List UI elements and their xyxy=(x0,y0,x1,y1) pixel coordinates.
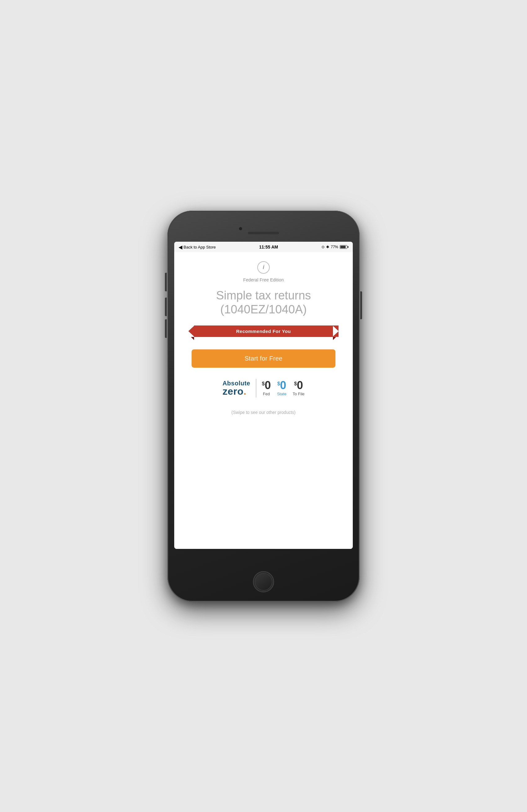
price-fed-label: Fed xyxy=(263,392,270,396)
brand-divider xyxy=(256,379,256,397)
price-items: $ 0 Fed $ 0 State xyxy=(262,380,305,396)
price-state: $ 0 State xyxy=(277,380,286,396)
price-fed-dollar: $ xyxy=(262,381,265,387)
info-icon: i xyxy=(257,261,270,274)
phone-device: ◀ Back to App Store 11:55 AM ⊙ ✱ 77% xyxy=(167,211,360,601)
brand-zero-row: zero. xyxy=(223,386,251,396)
clock: 11:55 AM xyxy=(259,245,278,249)
bluetooth-icon: ✱ xyxy=(326,245,329,249)
system-indicators: ⊙ ✱ 77% xyxy=(321,245,348,249)
price-state-dollar: $ xyxy=(277,381,280,387)
brand-name: Absolute zero. xyxy=(223,380,251,396)
info-icon-wrapper: i xyxy=(257,261,270,274)
brand-absolute-text: Absolute xyxy=(223,380,251,386)
back-arrow-icon: ◀ xyxy=(179,244,182,250)
brand-zero-text: zero xyxy=(223,386,244,397)
price-fed: $ 0 Fed xyxy=(262,380,271,396)
price-fed-zero: 0 xyxy=(265,380,271,391)
price-fed-amount: $ 0 xyxy=(262,380,271,391)
price-tofile-amount: $ 0 xyxy=(294,380,303,391)
edition-label: Federal Free Edition xyxy=(243,277,284,282)
phone-speaker xyxy=(248,232,279,234)
price-state-label: State xyxy=(277,392,286,396)
ribbon-tail-right xyxy=(333,337,336,340)
home-button[interactable] xyxy=(253,571,274,592)
title-line1: Simple tax returns xyxy=(216,289,311,302)
back-label: Back to App Store xyxy=(183,245,216,249)
phone-camera xyxy=(239,227,242,231)
battery-icon xyxy=(340,245,348,249)
back-to-app-store[interactable]: ◀ Back to App Store xyxy=(179,244,216,250)
ribbon-tail-left xyxy=(191,337,194,340)
price-tofile-zero: 0 xyxy=(297,380,303,391)
price-state-amount: $ 0 xyxy=(277,380,286,391)
phone-screen: ◀ Back to App Store 11:55 AM ⊙ ✱ 77% xyxy=(174,242,353,549)
price-to-file: $ 0 To File xyxy=(292,380,304,396)
price-tofile-label: To File xyxy=(292,392,304,396)
recommended-ribbon: Recommended For You xyxy=(194,325,333,337)
lock-icon: ⊙ xyxy=(321,245,325,249)
phone-body: ◀ Back to App Store 11:55 AM ⊙ ✱ 77% xyxy=(167,211,360,601)
ribbon-text: Recommended For You xyxy=(236,329,291,334)
title-line2: (1040EZ/1040A) xyxy=(221,303,307,316)
ribbon-wrapper: Recommended For You xyxy=(182,325,345,337)
absolute-zero-section: Absolute zero. $ 0 Fed xyxy=(182,379,345,397)
price-state-zero: 0 xyxy=(280,380,286,391)
main-title: Simple tax returns (1040EZ/1040A) xyxy=(216,289,311,317)
swipe-hint: (Swipe to see our other products) xyxy=(231,410,296,415)
screen-content: i Federal Free Edition Simple tax return… xyxy=(174,252,353,549)
battery-percent: 77% xyxy=(331,245,338,249)
start-for-free-button[interactable]: Start for Free xyxy=(192,349,336,368)
price-tofile-dollar: $ xyxy=(294,381,297,387)
brand-dot: . xyxy=(243,386,246,397)
status-bar: ◀ Back to App Store 11:55 AM ⊙ ✱ 77% xyxy=(174,242,353,252)
